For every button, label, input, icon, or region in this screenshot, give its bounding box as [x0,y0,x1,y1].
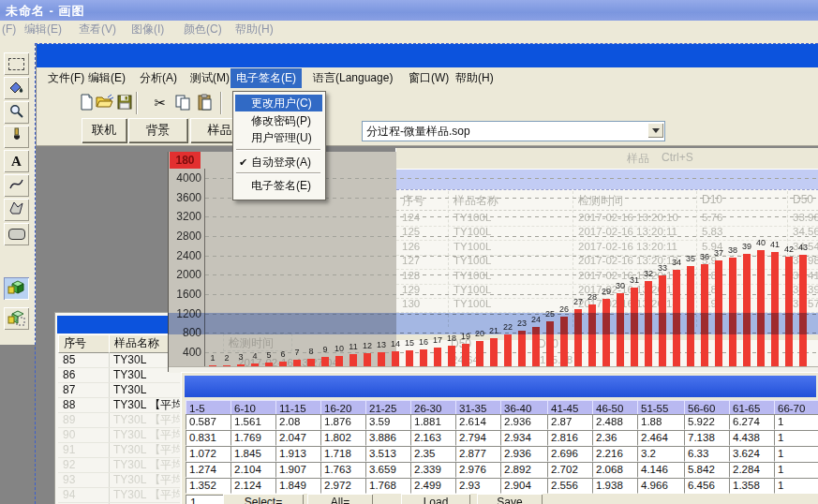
grid-cell[interactable]: 2.464 [637,430,685,446]
menu-item-0[interactable]: 更改用户(C) [235,95,322,111]
grid-cell[interactable]: 6.33 [684,446,732,462]
grid-cell[interactable]: 2.696 [547,446,595,462]
grid-cell[interactable]: 2.556 [547,478,595,494]
grid-cell[interactable]: 1 [774,446,818,462]
grid-cell[interactable]: 3.886 [365,430,413,446]
results-row[interactable]: 85TY30L [58,352,180,368]
brush-tool[interactable] [4,126,29,148]
paint-menu-item-5[interactable]: 帮助(H) [235,22,274,37]
grid-button-All[interactable]: All= [307,494,373,504]
grid-cell[interactable]: 3.2 [637,446,685,462]
grid-cell[interactable]: 1.769 [231,430,278,446]
combo-dropdown-button[interactable] [647,123,663,138]
grid-cell[interactable]: 1.072 [186,446,233,462]
app-titlebar[interactable] [37,44,818,67]
copy-button[interactable] [173,93,192,113]
app-menu-3[interactable]: 测试(M) [185,68,235,88]
grid-cell[interactable]: 0.831 [186,430,233,446]
grid-button-Select[interactable]: Select= [223,494,304,504]
grid-cell[interactable]: 3.59 [365,414,413,430]
cut-button[interactable]: ✂ [151,93,170,113]
paint-menu-item-0[interactable]: (F) [2,22,16,37]
grid-cell[interactable]: 2.794 [455,430,503,446]
grid-cell[interactable]: 1 [774,414,818,430]
cube-outline-tool[interactable] [4,307,29,330]
results-titlebar[interactable] [57,316,180,334]
rounded-rect-tool[interactable] [4,223,29,245]
grid-cell[interactable]: 1 [774,478,818,494]
grid-cell[interactable]: 2.936 [500,446,548,462]
grid-cell[interactable]: 1.763 [320,462,368,478]
grid-cell[interactable]: 2.892 [500,462,548,478]
grid-cell[interactable]: 2.047 [275,430,323,446]
grid-cell[interactable]: 2.614 [455,414,503,430]
paint-menu-item-1[interactable]: 编辑(E) [24,22,62,37]
grid-cell[interactable]: 2.104 [231,462,278,478]
grid-cell[interactable]: 1.876 [320,414,368,430]
grid-cell[interactable]: 1.768 [365,478,413,494]
menu-item-2[interactable]: 用户管理(U) [235,129,322,146]
paint-menu-item-4[interactable]: 颜色(C) [184,22,222,37]
grid-button-Save[interactable]: Save [477,494,543,504]
grid-cell[interactable]: 1.358 [729,478,777,494]
grid-cell[interactable]: 2.934 [500,430,548,446]
grid-cell[interactable]: 2.35 [410,446,458,462]
paint-menu-item-2[interactable]: 查看(V) [79,22,116,37]
grid-cell[interactable]: 4.146 [637,462,685,478]
grid-cell[interactable]: 1.352 [186,478,233,494]
save-button[interactable] [115,93,134,113]
grid-cell[interactable]: 1.88 [637,414,685,430]
grid-cell[interactable]: 5.842 [684,462,732,478]
grid-cell[interactable]: 2.93 [455,478,503,494]
grid-cell[interactable]: 1.718 [320,446,368,462]
grid-cell[interactable]: 4.438 [729,430,777,446]
grid-cell[interactable]: 2.124 [231,478,278,494]
grid-cell[interactable]: 2.976 [455,462,503,478]
text-tool[interactable]: A [4,150,29,172]
grid-cell[interactable]: 6.456 [684,478,732,494]
new-file-button[interactable] [77,93,96,113]
grid-titlebar[interactable] [185,376,816,397]
grid-cell[interactable]: 1.913 [275,446,323,462]
grid-cell[interactable]: 2.87 [547,414,595,430]
fill-tool[interactable] [4,77,29,99]
paint-menu-item-3[interactable]: 图像(I) [131,22,164,37]
menu-item-6[interactable]: 电子签名(E) [235,177,322,194]
app-menu-7[interactable]: 帮助(H) [450,68,499,88]
grid-cell[interactable]: 2.877 [455,446,503,462]
grid-cell[interactable]: 1.881 [410,414,458,430]
grid-cell[interactable]: 1.845 [231,446,278,462]
grid-cell[interactable]: 1.907 [275,462,323,478]
paste-button[interactable] [196,93,215,113]
sop-file-combo[interactable]: 分过程-微量样品.sop [362,121,665,141]
grid-cell[interactable]: 2.816 [547,430,595,446]
results-row[interactable]: 88TY30L 【平均】 [58,397,180,413]
grid-cell[interactable]: 1.274 [186,462,233,478]
grid-cell[interactable]: 1 [774,462,818,478]
curve-tool[interactable] [4,174,29,197]
grid-cell[interactable]: 5.922 [684,414,732,430]
grid-cell[interactable]: 2.702 [547,462,595,478]
menu-item-1[interactable]: 修改密码(P) [235,112,322,129]
app-menu-4[interactable]: 电子签名(E) [231,68,302,88]
magnifier-tool[interactable] [4,101,29,124]
grid-cell[interactable]: 2.36 [592,430,640,446]
grid-cell[interactable]: 6.274 [729,414,777,430]
cube-tool[interactable] [4,277,29,300]
grid-cell[interactable]: 3.659 [365,462,413,478]
grid-cell[interactable]: 2.068 [592,462,640,478]
grid-cell[interactable]: 4.966 [637,478,685,494]
results-row[interactable]: 87TY30L [58,382,180,398]
app-menu-1[interactable]: 编辑(E) [82,68,131,88]
grid-cell[interactable]: 2.936 [500,414,548,430]
app-menu-5[interactable]: 语言(Language) [307,68,398,88]
grid-cell[interactable]: 1.938 [592,478,640,494]
grid-cell[interactable]: 1 [774,430,818,446]
grid-cell[interactable]: 2.499 [410,478,458,494]
grid-cell[interactable]: 2.488 [592,414,640,430]
grid-cell[interactable]: 1.561 [231,414,278,430]
open-folder-button[interactable] [95,93,113,113]
grid-cell[interactable]: 2.284 [729,462,777,478]
menu-item-4[interactable]: ✔自动登录(A) [235,154,322,170]
grid-cell[interactable]: 2.904 [500,478,548,494]
